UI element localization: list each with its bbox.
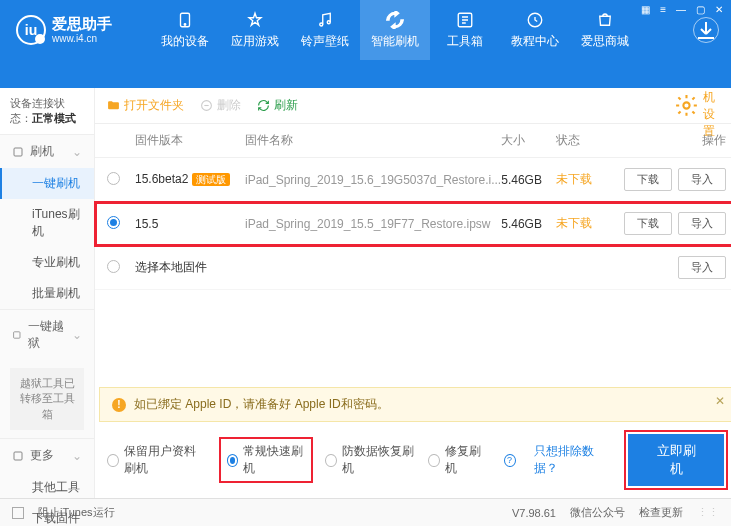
grid-icon[interactable]: ▦ xyxy=(641,4,650,15)
nav-edu[interactable]: 教程中心 xyxy=(500,0,570,60)
flash-mode-bar: 保留用户资料刷机常规快速刷机防数据恢复刷机修复刷机 ? 只想排除数据？ 立即刷机 xyxy=(95,422,731,498)
local-firmware-row[interactable]: 选择本地固件 导入 xyxy=(95,246,731,290)
delete-button: 删除 xyxy=(200,97,241,114)
nav-shop[interactable]: 爱思商城 xyxy=(570,0,640,60)
radio-1[interactable] xyxy=(107,216,120,229)
svg-point-1 xyxy=(184,23,186,25)
brand-title: 爱思助手 xyxy=(52,16,112,33)
side-item-0-1[interactable]: iTunes刷机 xyxy=(0,199,94,247)
side-group-1[interactable]: 一键越狱⌄ xyxy=(0,310,94,360)
refresh-button[interactable]: 刷新 xyxy=(257,97,298,114)
mode-option-0[interactable]: 保留用户资料刷机 xyxy=(107,443,207,477)
svg-rect-6 xyxy=(14,148,22,156)
firmware-row-0[interactable]: 15.6beta2测试版 iPad_Spring_2019_15.6_19G50… xyxy=(95,158,731,202)
svg-point-3 xyxy=(327,20,330,23)
side-group-0[interactable]: 刷机⌄ xyxy=(0,135,94,168)
radio-local[interactable] xyxy=(107,260,120,273)
version-label: V7.98.61 xyxy=(512,507,556,519)
nav-tools[interactable]: 工具箱 xyxy=(430,0,500,60)
side-item-0-0[interactable]: 一键刷机 xyxy=(0,168,94,199)
svg-rect-7 xyxy=(14,332,20,338)
close-warning-button[interactable]: ✕ xyxy=(715,394,725,408)
side-item-0-2[interactable]: 专业刷机 xyxy=(0,247,94,278)
close-button[interactable]: ✕ xyxy=(715,4,723,15)
side-item-2-0[interactable]: 其他工具 xyxy=(0,472,94,503)
nav-device[interactable]: 我的设备 xyxy=(150,0,220,60)
mode-option-2[interactable]: 防数据恢复刷机 xyxy=(325,443,414,477)
nav-music[interactable]: 铃声壁纸 xyxy=(290,0,360,60)
import-local-button[interactable]: 导入 xyxy=(678,256,726,279)
maximize-button[interactable]: ▢ xyxy=(696,4,705,15)
side-item-0-3[interactable]: 批量刷机 xyxy=(0,278,94,309)
firmware-row-1[interactable]: 15.5 iPad_Spring_2019_15.5_19F77_Restore… xyxy=(95,202,731,246)
menu-icon[interactable]: ≡ xyxy=(660,4,666,15)
svg-rect-8 xyxy=(14,452,22,460)
exclude-data-link[interactable]: 只想排除数据？ xyxy=(534,443,609,477)
block-itunes-label: 阻止iTunes运行 xyxy=(38,505,115,520)
mode-option-1[interactable]: 常规快速刷机 xyxy=(221,439,312,481)
open-folder-button[interactable]: 打开文件夹 xyxy=(107,97,184,114)
side-group-2[interactable]: 更多⌄ xyxy=(0,439,94,472)
nav-app[interactable]: 应用游戏 xyxy=(220,0,290,60)
svg-point-2 xyxy=(320,23,323,26)
import-btn-1[interactable]: 导入 xyxy=(678,212,726,235)
info-icon[interactable]: ? xyxy=(504,454,516,467)
wechat-link[interactable]: 微信公众号 xyxy=(570,505,625,520)
nav-flash[interactable]: 智能刷机 xyxy=(360,0,430,60)
window-controls: ▦ ≡ — ▢ ✕ xyxy=(641,4,723,15)
status-bar: 阻止iTunes运行 V7.98.61 微信公众号 检查更新 ⋮⋮ xyxy=(0,498,731,526)
firmware-table-header: 固件版本 固件名称 大小 状态 操作 xyxy=(95,124,731,158)
download-indicator-button[interactable] xyxy=(693,17,719,43)
apple-id-warning: ! 如已绑定 Apple ID，请准备好 Apple ID和密码。 ✕ xyxy=(99,387,731,422)
brand-logo: iu 爱思助手 www.i4.cn xyxy=(0,15,150,45)
download-btn-0[interactable]: 下载 xyxy=(624,168,672,191)
logo-icon: iu xyxy=(16,15,46,45)
svg-point-10 xyxy=(684,102,690,108)
block-itunes-checkbox[interactable] xyxy=(12,507,24,519)
brand-subtitle: www.i4.cn xyxy=(52,33,112,44)
download-btn-1[interactable]: 下载 xyxy=(624,212,672,235)
warning-icon: ! xyxy=(112,398,126,412)
connection-status: 设备连接状态：正常模式 xyxy=(0,88,94,135)
flash-now-button[interactable]: 立即刷机 xyxy=(628,434,724,486)
radio-0[interactable] xyxy=(107,172,120,185)
check-update-button[interactable]: 检查更新 xyxy=(639,505,683,520)
import-btn-0[interactable]: 导入 xyxy=(678,168,726,191)
minimize-button[interactable]: — xyxy=(676,4,686,15)
mode-option-3[interactable]: 修复刷机 xyxy=(428,443,486,477)
side-note: 越狱工具已转移至工具箱 xyxy=(10,368,84,430)
